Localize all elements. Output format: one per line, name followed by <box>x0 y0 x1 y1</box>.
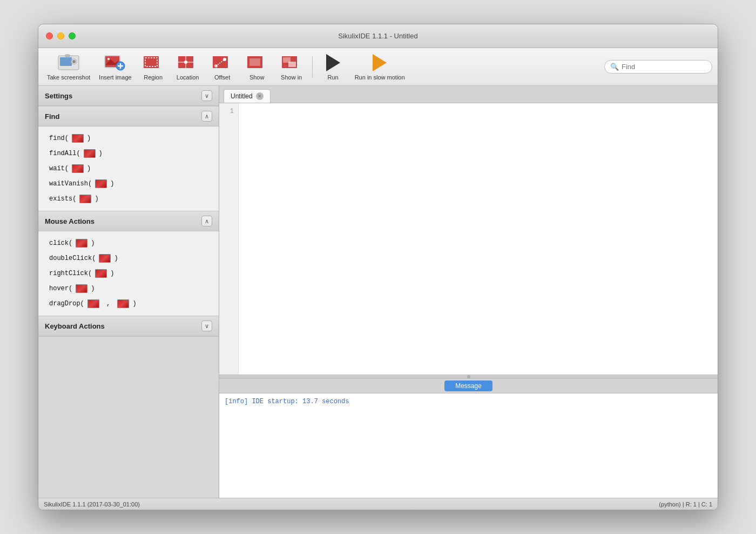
code-editor: 1 <box>219 103 718 375</box>
show-icon <box>246 53 268 72</box>
settings-title: Settings <box>45 92 72 100</box>
app-window: SikulixIDE 1.1.1 - Untitled Take screens… <box>38 24 718 510</box>
status-left: SikulixIDE 1.1.1 (2017-03-30_01:00) <box>44 501 140 508</box>
mouse-item-hover[interactable]: hover( ) <box>38 281 219 296</box>
find-toggle[interactable]: ∧ <box>201 111 212 122</box>
line-number-1: 1 <box>219 108 234 115</box>
tab-label: Untitled <box>231 92 253 100</box>
location-button[interactable]: Location <box>172 51 204 83</box>
message-content: [info] IDE startup: 13.7 seconds <box>219 393 718 498</box>
rightclick-img-1 <box>95 269 107 278</box>
keyboard-actions-section: Keyboard Actions ∨ <box>38 316 219 337</box>
exists-img-1 <box>79 195 91 203</box>
dragdrop-img-1 <box>87 299 99 308</box>
window-title: SikulixIDE 1.1.1 - Untitled <box>338 32 417 40</box>
mouse-actions-toggle[interactable]: ∧ <box>201 216 212 226</box>
take-screenshot-icon <box>58 53 79 72</box>
code-content[interactable] <box>239 103 718 375</box>
offset-label: Offset <box>214 74 230 81</box>
region-label: Region <box>144 74 163 81</box>
find-header[interactable]: Find ∧ <box>38 106 219 126</box>
main-area: Settings ∨ Find ∧ find( ) find <box>38 86 718 498</box>
svg-rect-1 <box>60 57 72 66</box>
mouse-item-click[interactable]: click( ) <box>38 236 219 251</box>
tab-bar: Untitled ✕ <box>219 86 718 103</box>
right-panel: Untitled ✕ 1 Message [ <box>219 86 718 498</box>
offset-button[interactable]: Offset <box>206 51 239 83</box>
run-slow-button[interactable]: Run in slow motion <box>352 51 408 83</box>
show-in-button[interactable]: Show in <box>275 51 308 83</box>
find-item-wait[interactable]: wait( ) <box>38 161 219 176</box>
find-item-find[interactable]: find( ) <box>38 131 219 146</box>
location-label: Location <box>177 74 199 81</box>
message-area: Message [info] IDE startup: 13.7 seconds <box>219 379 718 498</box>
show-label: Show <box>249 74 265 81</box>
message-info-text: [info] IDE startup: 13.7 seconds <box>225 398 349 405</box>
svg-rect-4 <box>65 55 70 57</box>
mouse-item-doubleclick[interactable]: doubleClick( ) <box>38 251 219 266</box>
insert-image-icon <box>104 53 126 72</box>
find-img-1 <box>72 134 84 143</box>
run-slow-icon <box>369 53 390 72</box>
take-screenshot-button[interactable]: Take screenshot <box>44 51 93 83</box>
keyboard-actions-header[interactable]: Keyboard Actions ∨ <box>38 316 219 336</box>
find-title: Find <box>45 112 59 121</box>
search-input[interactable] <box>622 63 706 71</box>
findall-img-1 <box>84 149 96 158</box>
message-tab-bar: Message <box>219 379 718 393</box>
close-button[interactable] <box>46 32 53 39</box>
show-button[interactable]: Show <box>241 51 273 83</box>
region-icon <box>143 53 164 72</box>
splitter-dot <box>467 375 470 378</box>
status-right: (python) | R: 1 | C: 1 <box>659 501 712 508</box>
region-button[interactable]: Region <box>137 51 170 83</box>
keyboard-actions-toggle[interactable]: ∨ <box>201 321 212 331</box>
tab-untitled[interactable]: Untitled ✕ <box>224 89 271 103</box>
show-in-label: Show in <box>281 74 302 81</box>
settings-toggle[interactable]: ∨ <box>201 90 212 101</box>
line-numbers: 1 <box>219 103 239 375</box>
find-content: find( ) findAll( ) wait( ) <box>38 126 219 211</box>
tab-close-button[interactable]: ✕ <box>256 92 264 100</box>
run-icon <box>322 53 344 72</box>
run-label: Run <box>328 74 339 81</box>
wait-img-1 <box>72 164 84 173</box>
search-icon: 🔍 <box>610 63 619 71</box>
mouse-actions-header[interactable]: Mouse Actions ∧ <box>38 211 219 231</box>
insert-image-label: Insert image <box>99 74 132 81</box>
keyboard-actions-title: Keyboard Actions <box>45 322 105 330</box>
run-button[interactable]: Run <box>317 51 349 83</box>
mouse-actions-content: click( ) doubleClick( ) rightClick( ) <box>38 231 219 316</box>
doubleclick-img-1 <box>99 254 111 263</box>
location-icon <box>177 53 199 72</box>
mouse-item-rightclick[interactable]: rightClick( ) <box>38 266 219 281</box>
splitter[interactable] <box>219 375 718 379</box>
dragdrop-img-2 <box>117 299 129 308</box>
waitvanish-img-1 <box>95 179 107 188</box>
sidebar: Settings ∨ Find ∧ find( ) find <box>38 86 219 498</box>
settings-section: Settings ∨ <box>38 86 219 106</box>
status-bar: SikulixIDE 1.1.1 (2017-03-30_01:00) (pyt… <box>38 498 718 510</box>
traffic-lights <box>46 32 76 39</box>
svg-point-17 <box>184 61 187 64</box>
maximize-button[interactable] <box>69 32 76 39</box>
find-section: Find ∧ find( ) findAll( ) wait( <box>38 106 219 211</box>
search-box[interactable]: 🔍 <box>604 60 712 74</box>
mouse-actions-title: Mouse Actions <box>45 217 94 225</box>
message-tab[interactable]: Message <box>444 381 492 391</box>
settings-header[interactable]: Settings ∨ <box>38 86 219 106</box>
insert-image-button[interactable]: Insert image <box>96 51 135 83</box>
offset-icon <box>212 53 233 72</box>
find-item-waitvanish[interactable]: waitVanish( ) <box>38 176 219 191</box>
minimize-button[interactable] <box>57 32 64 39</box>
title-bar: SikulixIDE 1.1.1 - Untitled <box>38 24 718 48</box>
svg-point-7 <box>107 58 110 60</box>
toolbar: Take screenshot Insert image <box>38 48 718 86</box>
svg-rect-23 <box>249 58 260 66</box>
take-screenshot-label: Take screenshot <box>47 74 90 81</box>
find-item-findall[interactable]: findAll( ) <box>38 146 219 161</box>
mouse-item-dragdrop[interactable]: dragDrop( , ) <box>38 296 219 311</box>
find-item-exists[interactable]: exists( ) <box>38 191 219 206</box>
hover-img-1 <box>76 284 87 293</box>
show-in-icon <box>281 53 302 72</box>
